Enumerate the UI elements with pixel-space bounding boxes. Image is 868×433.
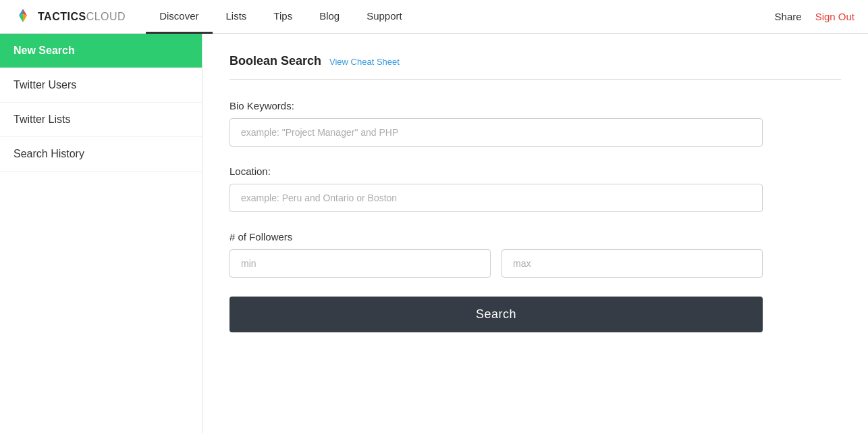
sidebar-item-new-search[interactable]: New Search xyxy=(0,34,202,68)
top-nav: TACTICSCLOUD Discover Lists Tips Blog Su… xyxy=(0,0,868,34)
nav-right: Share Sign Out xyxy=(775,11,855,22)
location-label: Location: xyxy=(229,165,841,177)
sidebar-item-twitter-users[interactable]: Twitter Users xyxy=(0,68,202,103)
logo[interactable]: TACTICSCLOUD xyxy=(13,7,126,26)
logo-tactics-text: TACTICS xyxy=(38,11,86,22)
location-input[interactable] xyxy=(229,184,763,212)
cheat-sheet-link[interactable]: View Cheat Sheet xyxy=(329,57,400,67)
search-button[interactable]: Search xyxy=(229,297,763,332)
followers-group: # of Followers xyxy=(229,231,841,278)
nav-tips[interactable]: Tips xyxy=(260,0,306,34)
bio-keywords-label: Bio Keywords: xyxy=(229,100,841,111)
logo-icon xyxy=(13,7,32,26)
main-content: Boolean Search View Cheat Sheet Bio Keyw… xyxy=(202,34,868,433)
signout-link[interactable]: Sign Out xyxy=(815,11,855,22)
content-header: Boolean Search View Cheat Sheet xyxy=(229,54,841,80)
followers-min-input[interactable] xyxy=(229,249,491,278)
nav-blog[interactable]: Blog xyxy=(306,0,353,34)
main-layout: New Search Twitter Users Twitter Lists S… xyxy=(0,34,868,433)
bio-keywords-input[interactable] xyxy=(229,118,763,147)
nav-discover[interactable]: Discover xyxy=(146,0,212,34)
svg-marker-2 xyxy=(19,14,23,22)
svg-marker-3 xyxy=(23,14,27,22)
sidebar: New Search Twitter Users Twitter Lists S… xyxy=(0,34,202,433)
nav-links: Discover Lists Tips Blog Support xyxy=(146,0,774,34)
nav-support[interactable]: Support xyxy=(353,0,416,34)
share-link[interactable]: Share xyxy=(775,11,802,22)
nav-lists[interactable]: Lists xyxy=(213,0,261,34)
logo-cloud-text: CLOUD xyxy=(86,11,126,22)
bio-keywords-group: Bio Keywords: xyxy=(229,100,841,147)
followers-label: # of Followers xyxy=(229,231,841,243)
page-title: Boolean Search xyxy=(229,54,321,68)
sidebar-item-twitter-lists[interactable]: Twitter Lists xyxy=(0,103,202,137)
followers-max-input[interactable] xyxy=(501,249,763,278)
location-group: Location: xyxy=(229,165,841,212)
followers-row xyxy=(229,249,763,278)
sidebar-item-search-history[interactable]: Search History xyxy=(0,137,202,172)
